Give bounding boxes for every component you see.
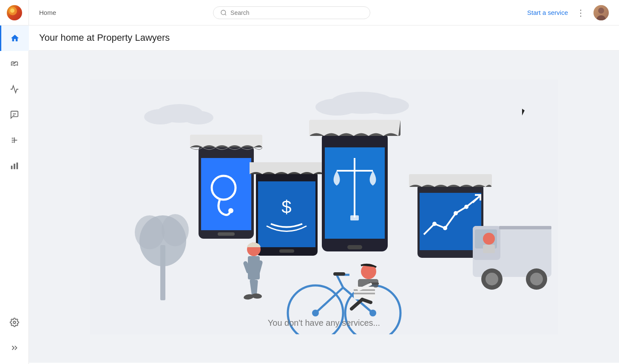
svg-rect-78 (333, 272, 345, 276)
svg-point-22 (162, 214, 189, 246)
page-content: Your home at Property Lawyers (29, 25, 619, 364)
illustration-container: $ (29, 51, 619, 363)
hero-area: $ (29, 51, 619, 363)
activity-icon (10, 85, 19, 94)
svg-rect-24 (201, 158, 251, 230)
info-icon[interactable]: ⋮ (576, 8, 585, 18)
start-service-button[interactable]: Start a service (527, 9, 568, 16)
svg-rect-28 (218, 232, 235, 236)
sidebar-navigation (0, 25, 28, 310)
search-icon (220, 9, 227, 16)
svg-point-14 (144, 109, 176, 124)
svg-point-57 (530, 273, 543, 285)
svg-rect-33 (279, 249, 294, 253)
main-content: Home Start a service ⋮ Your home at Prop… (29, 0, 619, 364)
svg-point-10 (221, 10, 226, 15)
search-bar[interactable] (213, 6, 370, 19)
add-list-icon (10, 135, 19, 145)
svg-point-15 (184, 111, 213, 124)
page-title: Your home at Property Lawyers (39, 32, 609, 43)
hero-illustration: $ (90, 79, 558, 334)
handshake-icon (10, 59, 19, 68)
svg-point-47 (454, 211, 458, 215)
sidebar-item-settings[interactable] (0, 310, 29, 335)
svg-point-55 (486, 273, 498, 285)
user-avatar[interactable] (593, 5, 609, 20)
sidebar-item-chat[interactable] (0, 102, 29, 127)
logo[interactable] (0, 0, 29, 25)
svg-point-17 (315, 99, 358, 116)
home-icon (10, 34, 20, 43)
svg-point-58 (483, 233, 495, 245)
svg-rect-8 (16, 163, 18, 169)
svg-text:$: $ (281, 197, 291, 217)
svg-line-11 (225, 14, 226, 15)
home-nav-label[interactable]: Home (39, 9, 56, 16)
search-input[interactable] (230, 9, 363, 16)
avatar-image (593, 5, 609, 20)
sidebar-item-activity[interactable] (0, 76, 29, 102)
expand-icon (10, 343, 19, 353)
sidebar-item-bar-chart[interactable] (0, 153, 29, 178)
sidebar-bottom (0, 310, 28, 364)
sidebar-item-expand[interactable] (0, 335, 29, 361)
svg-rect-83 (354, 293, 375, 294)
svg-rect-40 (350, 215, 359, 220)
svg-rect-59 (483, 245, 495, 253)
logo-icon (7, 5, 22, 20)
sidebar-item-handshake[interactable] (0, 51, 29, 76)
settings-icon (10, 318, 19, 327)
svg-rect-7 (14, 164, 15, 169)
bar-chart-icon (10, 161, 19, 170)
header: Home Start a service ⋮ (29, 0, 619, 25)
svg-point-48 (464, 205, 469, 209)
sidebar-item-add-list[interactable] (0, 127, 29, 153)
chat-icon (10, 110, 19, 119)
svg-point-9 (13, 321, 16, 324)
header-right: Start a service ⋮ (527, 5, 609, 20)
svg-point-21 (135, 215, 165, 249)
svg-rect-6 (11, 166, 12, 169)
svg-point-26 (228, 208, 233, 213)
sidebar-item-home[interactable] (0, 25, 29, 51)
svg-text:You don't have any services...: You don't have any services... (268, 318, 380, 327)
sidebar (0, 0, 29, 364)
svg-point-45 (432, 222, 437, 226)
page-title-bar: Your home at Property Lawyers (29, 25, 619, 51)
svg-rect-60 (499, 226, 551, 229)
svg-rect-42 (347, 245, 362, 249)
svg-rect-82 (354, 289, 375, 291)
svg-point-46 (443, 226, 447, 230)
svg-point-18 (366, 97, 409, 114)
